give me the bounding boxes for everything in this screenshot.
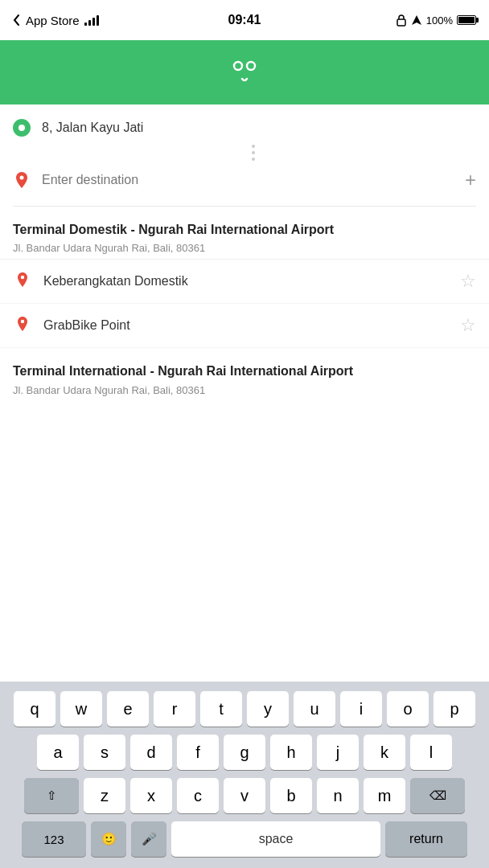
suggestion-subtitle-2: Jl. Bandar Udara Ngurah Rai, Bali, 80361 <box>13 384 476 396</box>
keyboard-row-2: a s d f g h j k l <box>2 735 487 770</box>
key-v[interactable]: v <box>224 778 265 813</box>
svg-rect-0 <box>397 19 405 26</box>
keyboard-row-4: 123 🙂 🎤 space return <box>2 821 487 857</box>
number-key[interactable]: 123 <box>22 821 86 857</box>
location-arrow-icon <box>411 14 422 26</box>
keyboard: q w e r t y u i o p a s d f g h j k l ⇧ … <box>0 682 489 868</box>
key-p[interactable]: p <box>434 691 475 727</box>
svg-point-5 <box>21 276 24 279</box>
svg-point-2 <box>234 62 242 70</box>
delete-key[interactable]: ⌫ <box>410 778 465 813</box>
key-h[interactable]: h <box>270 735 312 770</box>
add-stop-button[interactable]: + <box>465 169 476 191</box>
carrier-label: App Store <box>26 14 80 27</box>
mic-key[interactable]: 🎤 <box>131 821 166 857</box>
suggestion-item-label-1: Keberangkatan Domestik <box>43 274 449 289</box>
favorite-star-2[interactable]: ☆ <box>460 315 476 336</box>
space-key[interactable]: space <box>171 821 380 857</box>
key-q[interactable]: q <box>14 691 55 727</box>
key-e[interactable]: e <box>107 691 149 727</box>
suggestion-subtitle-1: Jl. Bandar Udara Ngurah Rai, Bali, 80361 <box>13 242 476 254</box>
key-t[interactable]: t <box>200 691 242 727</box>
battery-area: 100% <box>396 14 476 27</box>
key-a[interactable]: a <box>37 735 79 770</box>
key-d[interactable]: d <box>130 735 172 770</box>
suggestion-title-1: Terminal Domestik - Ngurah Rai Internati… <box>13 221 476 239</box>
pin-icon <box>14 171 29 189</box>
face-icon <box>224 56 265 84</box>
location-section: 8, Jalan Kayu Jati + <box>0 104 489 207</box>
smiley-icon <box>224 56 265 88</box>
key-w[interactable]: w <box>60 691 102 727</box>
destination-row[interactable]: + <box>13 162 476 207</box>
favorite-star-1[interactable]: ☆ <box>460 271 476 292</box>
svg-point-6 <box>21 320 24 323</box>
key-c[interactable]: c <box>177 778 219 813</box>
origin-dot <box>13 119 31 137</box>
destination-pin-icon <box>13 171 31 189</box>
pin-icon-1 <box>13 272 32 292</box>
battery-percent: 100% <box>426 14 453 27</box>
back-arrow-icon <box>13 14 21 27</box>
carrier-area: App Store <box>13 14 99 27</box>
key-x[interactable]: x <box>130 778 172 813</box>
signal-icon <box>84 14 99 26</box>
key-j[interactable]: j <box>317 735 359 770</box>
key-m[interactable]: m <box>364 778 405 813</box>
svg-point-3 <box>247 62 255 70</box>
keyboard-row-3: ⇧ z x c v b n m ⌫ <box>2 778 487 813</box>
suggestion-item-label-2: GrabBike Point <box>43 318 449 333</box>
suggestions-list: Terminal Domestik - Ngurah Rai Internati… <box>0 207 489 401</box>
origin-row: 8, Jalan Kayu Jati <box>13 104 476 143</box>
time-display: 09:41 <box>228 13 261 27</box>
key-y[interactable]: y <box>247 691 289 727</box>
key-b[interactable]: b <box>270 778 312 813</box>
list-item[interactable]: Keberangkatan Domestik ☆ <box>0 260 489 304</box>
key-f[interactable]: f <box>177 735 219 770</box>
return-key[interactable]: return <box>385 821 467 857</box>
destination-input[interactable] <box>42 173 454 187</box>
shift-key[interactable]: ⇧ <box>24 778 79 813</box>
svg-marker-1 <box>412 15 421 25</box>
app-header <box>0 40 489 104</box>
key-o[interactable]: o <box>387 691 429 727</box>
key-n[interactable]: n <box>317 778 359 813</box>
origin-label: 8, Jalan Kayu Jati <box>42 121 143 135</box>
list-item[interactable]: GrabBike Point ☆ <box>0 304 489 348</box>
suggestion-main-2[interactable]: Terminal International - Ngurah Rai Inte… <box>0 348 489 400</box>
key-z[interactable]: z <box>84 778 125 813</box>
key-r[interactable]: r <box>154 691 195 727</box>
key-s[interactable]: s <box>84 735 125 770</box>
emoji-key[interactable]: 🙂 <box>91 821 126 857</box>
pin-icon-2 <box>13 316 32 336</box>
suggestion-main-1[interactable]: Terminal Domestik - Ngurah Rai Internati… <box>0 207 489 260</box>
key-g[interactable]: g <box>224 735 265 770</box>
suggestion-title-2: Terminal International - Ngurah Rai Inte… <box>13 362 476 380</box>
key-l[interactable]: l <box>410 735 452 770</box>
lock-icon <box>396 14 407 27</box>
key-k[interactable]: k <box>364 735 405 770</box>
connector-dots <box>31 143 476 162</box>
key-u[interactable]: u <box>294 691 335 727</box>
battery-icon <box>457 15 476 25</box>
keyboard-row-1: q w e r t y u i o p <box>2 691 487 727</box>
status-bar: App Store 09:41 100% <box>0 0 489 40</box>
key-i[interactable]: i <box>340 691 382 727</box>
svg-point-4 <box>20 176 24 180</box>
